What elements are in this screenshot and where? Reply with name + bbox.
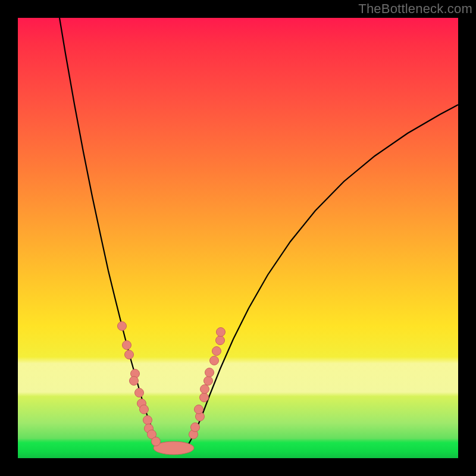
data-point: [201, 385, 209, 394]
data-point: [123, 341, 131, 350]
data-point: [216, 336, 225, 345]
data-point: [125, 350, 134, 359]
plot-frame: [18, 18, 458, 458]
data-point: [130, 377, 139, 386]
data-point: [152, 437, 161, 446]
data-point: [210, 356, 219, 365]
data-point: [200, 393, 209, 402]
data-point: [195, 405, 203, 414]
data-point: [143, 416, 152, 425]
data-point: [204, 377, 213, 386]
data-point: [205, 368, 214, 377]
curve-left-branch: [60, 18, 159, 445]
bottleneck-curve-plot: [18, 18, 458, 458]
curve-right-branch: [188, 105, 458, 445]
data-point: [118, 322, 127, 331]
watermark-text: TheBottleneck.com: [358, 1, 472, 17]
data-point: [135, 389, 144, 397]
data-point: [217, 328, 226, 337]
data-point-markers: [118, 322, 226, 446]
data-point: [212, 347, 221, 356]
data-point: [140, 405, 149, 414]
data-point: [191, 423, 200, 432]
